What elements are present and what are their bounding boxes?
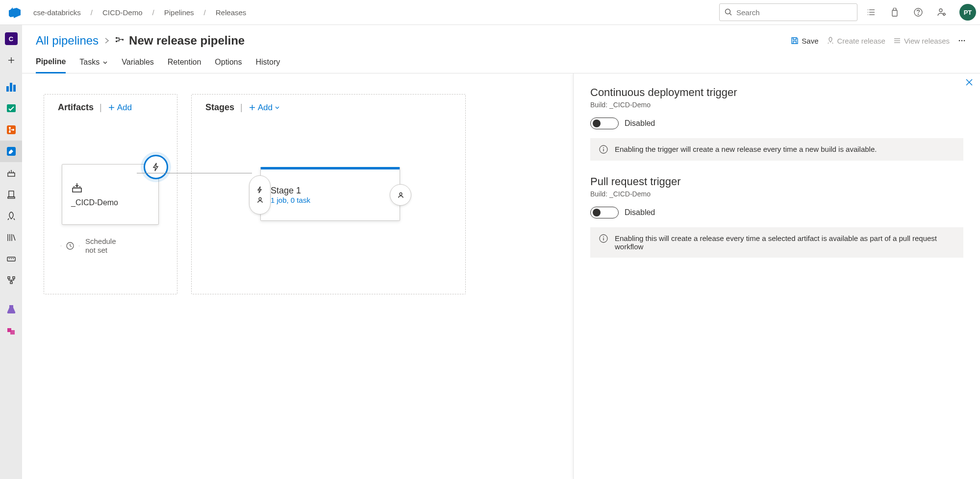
tab-options[interactable]: Options: [215, 58, 242, 72]
connector-line: [137, 173, 252, 173]
artifact-trigger-button[interactable]: [144, 155, 168, 179]
nav-testplans-icon[interactable]: [0, 298, 22, 320]
marketplace-icon[interactable]: [885, 2, 905, 22]
nav-boards-icon[interactable]: [0, 97, 22, 119]
pr-trigger-toggle-label: Disabled: [625, 208, 655, 217]
lightning-icon: [256, 186, 264, 193]
svg-rect-51: [73, 188, 81, 192]
svg-point-56: [400, 192, 402, 195]
stage-predeployment-button[interactable]: [249, 175, 271, 215]
search-input[interactable]: [736, 8, 852, 17]
svg-rect-25: [9, 191, 14, 197]
cd-trigger-heading: Continuous deployment trigger: [590, 86, 963, 99]
pr-trigger-heading: Pull request trigger: [590, 175, 963, 188]
info-icon: [599, 234, 608, 243]
chevron-down-icon: [102, 60, 108, 65]
nav-pipelines-icon[interactable]: [0, 141, 22, 162]
cd-trigger-toggle-label: Disabled: [625, 119, 655, 128]
svg-point-20: [9, 127, 11, 129]
nav-environments-icon[interactable]: [0, 184, 22, 205]
cd-trigger-sub: Build: _CICD-Demo: [590, 101, 963, 109]
tab-variables[interactable]: Variables: [122, 58, 154, 72]
breadcrumb-project[interactable]: CICD-Demo: [102, 8, 143, 17]
schedule-text: Schedule not set: [85, 237, 116, 255]
nav-deployment-groups-icon[interactable]: [0, 270, 22, 291]
view-releases-button[interactable]: View releases: [893, 37, 950, 45]
work-items-icon[interactable]: [861, 2, 881, 22]
search-box[interactable]: [719, 3, 857, 21]
save-button[interactable]: Save: [791, 37, 818, 45]
nav-builds-icon[interactable]: [0, 162, 22, 184]
user-avatar[interactable]: PT: [959, 4, 976, 21]
cd-trigger-info: Enabling the trigger will create a new r…: [590, 138, 963, 161]
svg-rect-31: [7, 257, 15, 261]
stage-card[interactable]: Stage 1 1 job, 0 task: [260, 167, 400, 221]
top-bar: cse-databricks / CICD-Demo / Pipelines /…: [0, 0, 980, 25]
svg-rect-39: [10, 330, 15, 335]
pipeline-canvas: Artifacts | Add _CICD-Demo: [22, 73, 573, 479]
create-release-button[interactable]: Create release: [827, 37, 885, 45]
stages-heading: Stages: [205, 102, 234, 113]
nav-repos-icon[interactable]: [0, 119, 22, 141]
trigger-panel: Continuous deployment trigger Build: _CI…: [573, 73, 980, 479]
svg-rect-40: [116, 37, 117, 39]
svg-point-63: [603, 237, 604, 238]
svg-line-1: [730, 14, 732, 16]
svg-point-55: [259, 198, 261, 200]
stage-name: Stage 1: [271, 186, 390, 196]
stage-postdeployment-button[interactable]: [390, 184, 411, 206]
add-artifact-button[interactable]: Add: [108, 103, 132, 113]
svg-point-22: [12, 129, 14, 131]
tabs: Pipeline Tasks Variables Retention Optio…: [22, 48, 980, 73]
stage-tasks-link[interactable]: 1 job, 0 task: [271, 196, 390, 204]
svg-point-60: [603, 147, 604, 148]
left-nav: C: [0, 25, 22, 479]
svg-point-47: [961, 40, 963, 42]
svg-rect-15: [6, 86, 9, 92]
nav-overview-icon[interactable]: [0, 76, 22, 97]
svg-rect-16: [10, 83, 12, 92]
tab-pipeline[interactable]: Pipeline: [36, 57, 66, 73]
all-pipelines-link[interactable]: All pipelines: [36, 34, 99, 48]
artifacts-column: Artifacts | Add _CICD-Demo: [44, 94, 177, 294]
nav-project[interactable]: C: [0, 28, 22, 49]
schedule-row[interactable]: Schedule not set: [61, 236, 116, 256]
svg-point-48: [964, 40, 965, 42]
breadcrumb-releases[interactable]: Releases: [216, 8, 247, 17]
add-stage-button[interactable]: Add: [249, 103, 280, 113]
close-panel-button[interactable]: [965, 78, 973, 86]
nav-library-icon[interactable]: [0, 227, 22, 248]
svg-rect-41: [116, 41, 117, 42]
nav-taskgroups-icon[interactable]: [0, 248, 22, 270]
svg-point-0: [726, 9, 730, 14]
build-source-icon: [71, 182, 150, 193]
breadcrumb-pipelines[interactable]: Pipelines: [164, 8, 194, 17]
cd-trigger-toggle[interactable]: [590, 118, 619, 129]
pr-trigger-toggle[interactable]: [590, 207, 619, 218]
pipeline-title: New release pipeline: [129, 34, 245, 48]
azure-devops-logo-icon[interactable]: [4, 1, 25, 23]
tab-retention[interactable]: Retention: [168, 58, 201, 72]
svg-rect-24: [8, 173, 15, 176]
svg-rect-35: [8, 277, 10, 279]
chevron-down-icon: [275, 105, 280, 110]
more-actions-button[interactable]: [957, 36, 966, 45]
tab-tasks[interactable]: Tasks: [79, 58, 108, 72]
schedule-hex-icon: [61, 236, 79, 256]
breadcrumb-org[interactable]: cse-databricks: [33, 8, 81, 17]
svg-rect-18: [7, 104, 16, 112]
clock-icon: [66, 241, 75, 250]
pr-trigger-sub: Build: _CICD-Demo: [590, 190, 963, 198]
breadcrumbs: cse-databricks / CICD-Demo / Pipelines /…: [33, 8, 246, 17]
svg-rect-17: [13, 85, 16, 92]
user-settings-icon[interactable]: [932, 2, 952, 22]
svg-rect-36: [13, 277, 15, 279]
help-icon[interactable]: [908, 2, 928, 22]
nav-releases-icon[interactable]: [0, 205, 22, 227]
tab-history[interactable]: History: [255, 58, 280, 72]
svg-rect-8: [892, 10, 897, 16]
svg-rect-26: [8, 197, 15, 198]
nav-add[interactable]: [0, 49, 22, 71]
nav-artifacts-icon[interactable]: [0, 320, 22, 341]
person-icon: [256, 196, 264, 204]
